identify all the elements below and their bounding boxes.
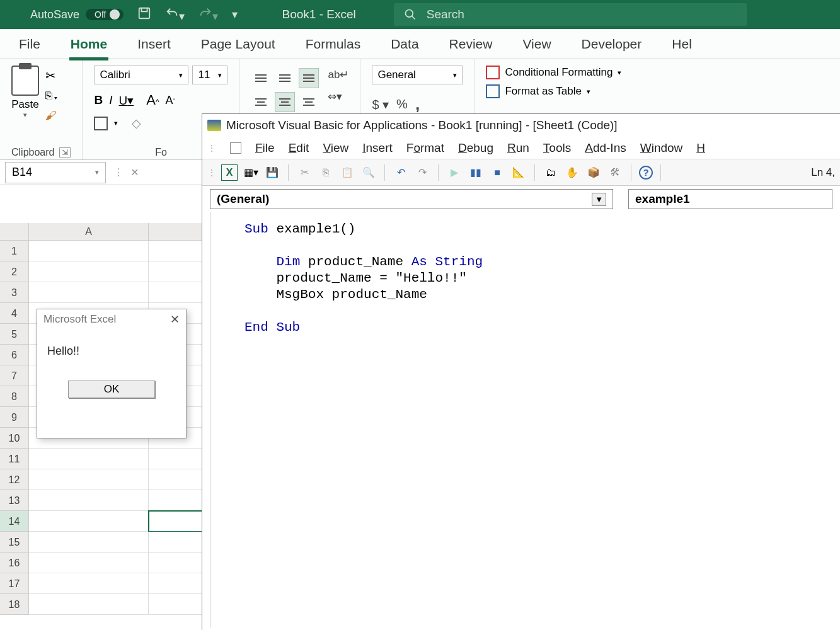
vba-sheet-icon[interactable] bbox=[230, 142, 241, 154]
vba-menu-debug[interactable]: Debug bbox=[458, 141, 493, 155]
cell-b13[interactable] bbox=[149, 490, 208, 511]
cell-b16[interactable] bbox=[149, 553, 208, 573]
vba-procedure-dropdown[interactable]: example1 bbox=[628, 189, 832, 209]
vba-menu-run[interactable]: Run bbox=[507, 141, 529, 155]
align-middle-icon[interactable] bbox=[275, 68, 295, 88]
vba-reset-icon[interactable]: ■ bbox=[489, 164, 505, 181]
vba-copy-icon[interactable]: ⎘ bbox=[318, 164, 334, 181]
cell-a2[interactable] bbox=[29, 261, 149, 282]
row-header-15[interactable]: 15 bbox=[0, 532, 29, 553]
cut-icon[interactable]: ✂ bbox=[45, 68, 59, 83]
cell-a14[interactable] bbox=[29, 511, 149, 532]
align-right-icon[interactable] bbox=[299, 92, 319, 112]
vba-find-icon[interactable]: 🔍 bbox=[360, 164, 377, 181]
cell-b17[interactable] bbox=[149, 573, 208, 594]
cell-b2[interactable] bbox=[149, 261, 208, 282]
vba-paste-icon[interactable]: 📋 bbox=[339, 164, 355, 181]
row-header-7[interactable]: 7 bbox=[0, 365, 29, 386]
paste-icon[interactable] bbox=[11, 66, 39, 96]
cell-a11[interactable] bbox=[29, 449, 149, 469]
format-painter-icon[interactable]: 🖌 bbox=[45, 109, 59, 122]
row-header-18[interactable]: 18 bbox=[0, 594, 29, 615]
format-as-table-button[interactable]: Format as Table▾ bbox=[486, 84, 621, 98]
save-icon[interactable] bbox=[137, 6, 151, 23]
vba-menu-file[interactable]: File bbox=[255, 141, 275, 155]
align-center-icon[interactable] bbox=[275, 92, 295, 112]
vba-code-pane[interactable]: Sub example1() Dim product_Name As Strin… bbox=[210, 212, 840, 627]
tab-review[interactable]: Review bbox=[449, 37, 493, 52]
fill-color-icon[interactable]: ◇ bbox=[132, 116, 141, 130]
copy-icon[interactable]: ⎘▾ bbox=[45, 89, 59, 103]
row-header-6[interactable]: 6 bbox=[0, 345, 29, 365]
underline-button[interactable]: U▾ bbox=[119, 93, 134, 108]
cell-a12[interactable] bbox=[29, 469, 149, 490]
number-format-select[interactable]: General▾ bbox=[372, 66, 463, 84]
vba-menu-insert[interactable]: Insert bbox=[362, 141, 393, 155]
percent-format-icon[interactable]: % bbox=[396, 97, 408, 112]
cell-b1[interactable] bbox=[149, 241, 208, 261]
tab-formulas[interactable]: Formulas bbox=[306, 37, 361, 52]
clipboard-launcher[interactable]: ⇲ bbox=[59, 147, 71, 158]
vba-insert-dropdown-icon[interactable]: ▦▾ bbox=[243, 164, 259, 181]
tab-page-layout[interactable]: Page Layout bbox=[201, 37, 275, 52]
vba-project-explorer-icon[interactable]: 🗂 bbox=[543, 164, 559, 181]
cell-a15[interactable] bbox=[29, 532, 149, 553]
wrap-text-icon[interactable]: ab↵ bbox=[328, 68, 348, 81]
tab-home[interactable]: Home bbox=[71, 37, 107, 52]
row-header-12[interactable]: 12 bbox=[0, 469, 29, 490]
cell-b3[interactable] bbox=[149, 282, 208, 303]
vba-menu-help[interactable]: H bbox=[696, 141, 705, 155]
name-box[interactable]: B14▾ bbox=[5, 162, 106, 183]
increase-font-icon[interactable]: A^ bbox=[146, 92, 159, 108]
vba-excel-icon[interactable]: X bbox=[221, 164, 238, 181]
msgbox-close-icon[interactable]: ✕ bbox=[170, 312, 180, 326]
row-header-16[interactable]: 16 bbox=[0, 553, 29, 573]
row-header-11[interactable]: 11 bbox=[0, 449, 29, 469]
cell-a13[interactable] bbox=[29, 490, 149, 511]
bold-button[interactable]: B bbox=[94, 93, 103, 107]
cell-b18[interactable] bbox=[149, 594, 208, 615]
cell-a3[interactable] bbox=[29, 282, 149, 303]
select-all-corner[interactable] bbox=[0, 223, 29, 241]
accounting-format-icon[interactable]: $ ▾ bbox=[372, 97, 389, 112]
cell-a16[interactable] bbox=[29, 553, 149, 573]
merge-center-icon[interactable]: ⇔▾ bbox=[328, 90, 348, 103]
cell-a1[interactable] bbox=[29, 241, 149, 261]
row-header-13[interactable]: 13 bbox=[0, 490, 29, 511]
cell-b14[interactable] bbox=[149, 511, 208, 532]
vba-menu-tools[interactable]: Tools bbox=[543, 141, 571, 155]
cell-b11[interactable] bbox=[149, 449, 208, 469]
vba-toolbox-icon[interactable]: 🛠 bbox=[607, 164, 623, 181]
vba-undo-icon[interactable]: ↶ bbox=[393, 164, 409, 181]
borders-icon[interactable] bbox=[94, 117, 108, 130]
vba-menu-addins[interactable]: Add-Ins bbox=[585, 141, 626, 155]
row-header-4[interactable]: 4 bbox=[0, 303, 29, 324]
vba-redo-icon[interactable]: ↷ bbox=[414, 164, 430, 181]
vba-run-icon[interactable]: ▶ bbox=[446, 164, 463, 181]
row-header-8[interactable]: 8 bbox=[0, 386, 29, 407]
conditional-formatting-button[interactable]: Conditional Formatting▾ bbox=[486, 66, 621, 79]
vba-break-icon[interactable]: ▮▮ bbox=[468, 164, 484, 181]
redo-icon[interactable]: ▾ bbox=[198, 6, 218, 23]
tab-developer[interactable]: Developer bbox=[582, 37, 642, 52]
cell-b12[interactable] bbox=[149, 469, 208, 490]
vba-cut-icon[interactable]: ✂ bbox=[296, 164, 313, 181]
row-header-10[interactable]: 10 bbox=[0, 428, 29, 449]
row-header-14[interactable]: 14 bbox=[0, 511, 29, 532]
font-name-select[interactable]: Calibri▾ bbox=[94, 66, 188, 84]
vba-object-dropdown[interactable]: (General)▼ bbox=[210, 189, 613, 209]
tab-view[interactable]: View bbox=[522, 37, 551, 52]
align-bottom-icon[interactable] bbox=[299, 68, 319, 88]
vba-properties-icon[interactable]: ✋ bbox=[564, 164, 580, 181]
vba-menu-view[interactable]: View bbox=[323, 141, 348, 155]
tab-file[interactable]: File bbox=[19, 37, 40, 52]
cell-b15[interactable] bbox=[149, 532, 208, 553]
paste-dropdown-icon[interactable]: ▾ bbox=[23, 111, 27, 119]
row-header-5[interactable]: 5 bbox=[0, 324, 29, 345]
align-left-icon[interactable] bbox=[251, 92, 271, 112]
undo-icon[interactable]: ▾ bbox=[165, 6, 185, 23]
row-header-9[interactable]: 9 bbox=[0, 407, 29, 428]
cell-a17[interactable] bbox=[29, 573, 149, 594]
vba-help-icon[interactable]: ? bbox=[639, 166, 653, 180]
cancel-icon[interactable]: × bbox=[131, 165, 139, 180]
